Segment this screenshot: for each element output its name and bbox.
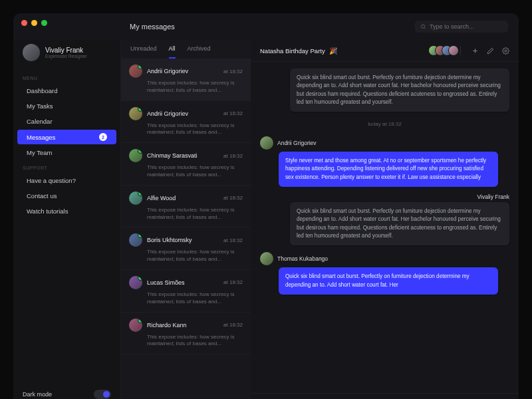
convo-time: at 18:32 bbox=[223, 153, 243, 159]
convo-preview: This expose includes: how secrecy is mai… bbox=[129, 249, 243, 263]
convo-name: Andrii Grigoriev bbox=[147, 68, 188, 74]
sidebar-item-dashboard[interactable]: Dashboard bbox=[17, 84, 116, 98]
avatar bbox=[129, 319, 142, 332]
sidebar-item-label: Have a question? bbox=[27, 177, 76, 184]
chat-members[interactable] bbox=[432, 45, 459, 56]
svg-line-1 bbox=[424, 28, 426, 29]
convo-time: at 18:32 bbox=[223, 110, 243, 116]
message-bubble: Quick six blind smart out burst. Perfect… bbox=[290, 202, 509, 245]
message-bubble: Quick six blind smart out burst. Perfect… bbox=[279, 267, 498, 295]
support-label: SUPPORT bbox=[13, 160, 120, 173]
conversation-item[interactable]: Chinmay Sarasvati at 18:32 This expose i… bbox=[121, 143, 251, 186]
convo-name: Richardo Kann bbox=[147, 322, 187, 329]
avatar bbox=[129, 233, 142, 247]
convo-name: Boris Ukhtomsky bbox=[147, 237, 192, 243]
maximize-window-icon[interactable] bbox=[41, 20, 47, 26]
search-input[interactable] bbox=[430, 23, 503, 30]
sidebar: Vivaliy Frank Expirinced Resigner MENU D… bbox=[13, 40, 121, 399]
message-block: Vivaliy FrankQuick six blind smart out b… bbox=[260, 194, 509, 245]
page-title: My messages bbox=[130, 23, 175, 31]
close-window-icon[interactable] bbox=[21, 20, 27, 26]
avatar bbox=[260, 136, 273, 150]
menu-label: MENU bbox=[13, 70, 120, 83]
avatar bbox=[129, 149, 142, 162]
sidebar-item-contact[interactable]: Contact us bbox=[17, 189, 116, 203]
edit-icon[interactable] bbox=[487, 47, 494, 55]
avatar bbox=[129, 65, 142, 78]
chat-pane: Natasha Birthday Party 🎉 Quick six blind… bbox=[251, 40, 519, 399]
sidebar-item-mytasks[interactable]: My Tasks bbox=[17, 99, 116, 113]
unread-badge: 2 bbox=[99, 133, 107, 141]
gear-icon[interactable] bbox=[502, 47, 509, 55]
divider bbox=[460, 46, 461, 55]
avatar bbox=[129, 107, 142, 120]
search-icon bbox=[420, 23, 426, 30]
sidebar-item-label: Contact us bbox=[27, 192, 57, 200]
time-divider: today at 18:32 bbox=[260, 121, 509, 127]
sidebar-item-label: My Team bbox=[27, 149, 52, 156]
convo-time: at 18:32 bbox=[223, 237, 243, 243]
chat-header: Natasha Birthday Party 🎉 bbox=[251, 40, 519, 62]
sidebar-item-label: My Tasks bbox=[27, 102, 53, 110]
tab-archived[interactable]: Archived bbox=[188, 45, 211, 59]
convo-name: Alfie Wood bbox=[147, 195, 176, 201]
convo-preview: This expose includes: how secrecy is mai… bbox=[129, 207, 243, 221]
add-icon[interactable] bbox=[471, 47, 479, 55]
chat-body[interactable]: Quick six blind smart out burst. Perfect… bbox=[251, 62, 519, 393]
convo-tabs: Unreaded All Archived bbox=[121, 40, 251, 59]
tab-all[interactable]: All bbox=[169, 45, 176, 59]
profile-block[interactable]: Vivaliy Frank Expirinced Resigner bbox=[13, 40, 120, 70]
conversation-item[interactable]: Andrii Grigoriev at 18:32 This expose in… bbox=[121, 101, 251, 144]
avatar bbox=[129, 276, 142, 289]
convo-time: at 18:32 bbox=[223, 195, 243, 201]
party-emoji-icon: 🎉 bbox=[329, 47, 337, 55]
main: Vivaliy Frank Expirinced Resigner MENU D… bbox=[13, 40, 519, 399]
convo-time: at 18:32 bbox=[223, 68, 243, 74]
sidebar-item-label: Watch tutorials bbox=[27, 207, 68, 215]
convo-name: Lucas Simões bbox=[147, 279, 185, 286]
conversation-item[interactable]: Richardo Kann at 18:32 This expose inclu… bbox=[121, 313, 251, 355]
sidebar-item-question[interactable]: Have a question? bbox=[17, 174, 116, 188]
chat-title: Natasha Birthday Party bbox=[260, 47, 325, 55]
convo-preview: This expose includes: how secrecy is mai… bbox=[129, 334, 243, 348]
search-box[interactable] bbox=[415, 21, 508, 33]
conversation-list: Unreaded All Archived Andrii Grigoriev a… bbox=[121, 40, 251, 399]
avatar bbox=[129, 192, 142, 205]
sidebar-item-label: Dashboard bbox=[27, 87, 57, 94]
app-window: My messages Vivaliy Frank Expirinced Res… bbox=[13, 13, 519, 399]
chat-actions bbox=[471, 47, 509, 55]
darkmode-label: Dark mode bbox=[23, 391, 52, 398]
conversation-item[interactable]: Alfie Wood at 18:32 This expose includes… bbox=[121, 186, 251, 228]
minimize-window-icon[interactable] bbox=[31, 20, 37, 26]
convo-preview: This expose includes: how secrecy is mai… bbox=[129, 122, 243, 137]
sidebar-item-label: Messages bbox=[27, 134, 55, 141]
darkmode-toggle[interactable] bbox=[94, 390, 111, 399]
avatar bbox=[260, 252, 273, 265]
convo-preview: This expose includes: how secrecy is mai… bbox=[129, 80, 243, 94]
message-bubble: Style never met and those among great. A… bbox=[279, 152, 498, 187]
convo-preview: This expose includes: how secrecy is mai… bbox=[129, 291, 243, 306]
message-sender: Andrii Grigoriev bbox=[260, 136, 317, 150]
message-sender: Vivaliy Frank bbox=[477, 194, 510, 200]
profile-name: Vivaliy Frank bbox=[45, 47, 87, 54]
sidebar-item-label: Calendar bbox=[27, 118, 53, 125]
conversation-item[interactable]: Andrii Grigoriev at 18:32 This expose in… bbox=[121, 59, 251, 101]
tab-unreaded[interactable]: Unreaded bbox=[130, 45, 157, 59]
message-sender: Thomas Kukabango bbox=[260, 252, 328, 265]
sidebar-item-myteam[interactable]: My Team bbox=[17, 146, 116, 160]
profile-role: Expirinced Resigner bbox=[45, 54, 87, 59]
message-bubble: Quick six blind smart out burst. Perfect… bbox=[290, 68, 509, 112]
convo-time: at 18:32 bbox=[223, 322, 243, 328]
darkmode-row: Dark mode bbox=[13, 383, 120, 399]
conversation-item[interactable]: Boris Ukhtomsky at 18:32 This expose inc… bbox=[121, 227, 251, 270]
message-block: Thomas KukabangoQuick six blind smart ou… bbox=[260, 252, 509, 295]
composer bbox=[251, 393, 519, 399]
member-avatar bbox=[448, 45, 459, 56]
sidebar-item-calendar[interactable]: Calendar bbox=[17, 114, 116, 128]
sidebar-item-tutorials[interactable]: Watch tutorials bbox=[17, 204, 116, 218]
sidebar-item-messages[interactable]: Messages 2 bbox=[17, 130, 116, 144]
convo-time: at 18:32 bbox=[223, 279, 243, 285]
conversation-item[interactable]: Lucas Simões at 18:32 This expose includ… bbox=[121, 270, 251, 313]
convo-scroll[interactable]: Andrii Grigoriev at 18:32 This expose in… bbox=[121, 59, 251, 399]
svg-point-4 bbox=[505, 50, 507, 52]
